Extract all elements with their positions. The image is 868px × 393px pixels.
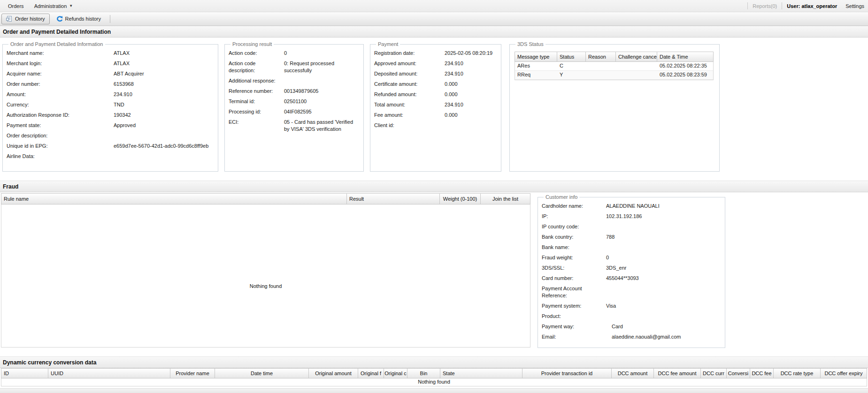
- field-value: 455044**3093: [606, 275, 720, 282]
- column-header-provider-name[interactable]: Provider name: [170, 369, 215, 378]
- payment-legend: Payment: [376, 41, 400, 47]
- field-label: Merchant name:: [7, 50, 114, 57]
- field-row: Processing id:04IF082595: [229, 108, 359, 115]
- column-header-original-currency[interactable]: Original c: [384, 369, 407, 378]
- menu-orders[interactable]: Orders: [3, 0, 29, 12]
- column-header-uuid[interactable]: UUID: [48, 369, 170, 378]
- column-header-id[interactable]: ID: [1, 369, 48, 378]
- field-label: Reference number:: [229, 88, 284, 95]
- column-header-dcc-currency[interactable]: DCC curr: [701, 369, 727, 378]
- tab-order-history-label: Order history: [15, 16, 45, 22]
- field-label: Authorization Response ID:: [7, 112, 114, 119]
- cell-status: Y: [557, 71, 586, 79]
- top-menubar: Orders Administration ▼ Reports(0) User:…: [0, 0, 868, 12]
- column-header-join-the-list[interactable]: Join the list: [481, 194, 530, 204]
- dcc-empty-text: Nothing found: [1, 379, 867, 385]
- field-label: Cardholder name:: [542, 203, 606, 210]
- menubar-right-group: Reports(0) User: atlax_operator Settings: [743, 2, 865, 9]
- column-header-original-fee[interactable]: Original f: [358, 369, 384, 378]
- field-value: ALAEDDINE NAOUALI: [606, 203, 720, 210]
- field-row: Registration date:2025-02-05 08:20:19: [374, 50, 496, 57]
- tab-order-history[interactable]: Order history: [1, 14, 50, 24]
- table-row[interactable]: ARes C 05.02.2025 08:22:35: [515, 62, 713, 71]
- field-row: Payment Account Reference:: [542, 285, 720, 299]
- field-row: Acquirer name:ABT Acquirer: [7, 70, 213, 77]
- column-header-date-time[interactable]: Date time: [215, 369, 309, 378]
- field-value: [606, 313, 720, 320]
- column-header-dcc-fee-amount[interactable]: DCC fee amount: [654, 369, 701, 378]
- field-label: Terminal id:: [229, 98, 284, 105]
- field-value: ABT Acquirer: [114, 70, 213, 77]
- field-row: Product:: [542, 313, 720, 320]
- field-row: Client id:: [374, 122, 496, 129]
- dcc-table-body: Nothing found: [1, 378, 867, 386]
- field-row: ECI:05 - Card has passed 'Verified by VI…: [229, 119, 359, 133]
- field-row: Total amount:234.910: [374, 101, 496, 108]
- cell-message-type: ARes: [515, 62, 557, 70]
- field-value: [114, 132, 213, 139]
- field-label: Payment state:: [7, 122, 114, 129]
- column-header-provider-transaction-id[interactable]: Provider transaction id: [522, 369, 612, 378]
- column-header-dcc-rate-type[interactable]: DCC rate type: [774, 369, 821, 378]
- column-header-reason[interactable]: Reason: [586, 52, 616, 61]
- field-value: 0: Request processed successfully: [284, 60, 359, 74]
- field-label: Bank name:: [542, 244, 606, 251]
- menu-reports[interactable]: Reports(0): [753, 3, 777, 9]
- field-row: Fee amount:0.000: [374, 112, 496, 119]
- column-header-bin[interactable]: Bin: [407, 369, 440, 378]
- field-value: [606, 244, 720, 251]
- field-row: 3DS/SSL:3DS_enr: [542, 265, 720, 272]
- menu-administration-label: Administration: [34, 3, 67, 9]
- current-user-label: User: atlax_operator: [787, 3, 837, 9]
- app-window: Orders Administration ▼ Reports(0) User:…: [0, 0, 868, 393]
- field-label: Approved amount:: [374, 60, 445, 67]
- field-value: [284, 77, 359, 84]
- field-value: ATLAX: [114, 50, 213, 57]
- field-value: 6153968: [114, 81, 213, 88]
- field-row: IP country code:: [542, 223, 720, 230]
- column-header-dcc-amount[interactable]: DCC amount: [612, 369, 654, 378]
- column-header-conversion[interactable]: Conversi: [727, 369, 750, 378]
- column-header-date-time[interactable]: Date & Time: [657, 52, 713, 61]
- column-header-result[interactable]: Result: [347, 194, 440, 204]
- menu-administration[interactable]: Administration ▼: [29, 0, 78, 12]
- field-label: Payment way:: [542, 323, 606, 330]
- field-row: Cardholder name:ALAEDDINE NAOUALI: [542, 203, 720, 210]
- field-row: Terminal id:02501100: [229, 98, 359, 105]
- field-value: 3DS_enr: [606, 265, 720, 272]
- refunds-history-icon: [56, 15, 63, 22]
- customer-info-legend: Customer info: [544, 194, 579, 200]
- field-value: 0.000: [445, 112, 496, 119]
- column-header-message-type[interactable]: Message type: [515, 52, 557, 61]
- menu-settings[interactable]: Settings: [845, 3, 865, 9]
- column-header-state[interactable]: State: [440, 369, 522, 378]
- column-header-dcc-offer-expiry[interactable]: DCC offer expiry: [821, 369, 867, 378]
- field-row: Bank country:788: [542, 234, 720, 241]
- field-value: alaeddine.naouali@gmail.com: [606, 333, 720, 340]
- column-header-dcc-fee[interactable]: DCC fee: [750, 369, 774, 378]
- field-label: IP:: [542, 213, 606, 220]
- field-value: 190342: [114, 112, 213, 119]
- field-label: Unique id in EPG:: [7, 143, 114, 150]
- 3ds-status-fieldset: 3DS Status Message type Status Reason Ch…: [509, 41, 720, 172]
- column-header-original-amount[interactable]: Original amount: [309, 369, 358, 378]
- field-label: Merchant login:: [7, 60, 114, 67]
- column-header-challenge-cancel[interactable]: Challenge cancel: [616, 52, 657, 61]
- field-value: Card: [606, 323, 720, 330]
- tab-refunds-history[interactable]: Refunds history: [51, 14, 106, 24]
- 3ds-status-table: Message type Status Reason Challenge can…: [515, 52, 714, 80]
- field-row: Airline Data:: [7, 153, 213, 160]
- column-header-weight[interactable]: Weight (0-100): [440, 194, 481, 204]
- field-label: Payment Account Reference:: [542, 285, 606, 299]
- field-label: Amount:: [7, 91, 114, 98]
- field-value: ATLAX: [114, 60, 213, 67]
- table-row[interactable]: RReq Y 05.02.2025 08:23:59: [515, 71, 713, 80]
- customer-info-fieldset: Customer info Cardholder name:ALAEDDINE …: [538, 194, 725, 348]
- field-value: 04IF082595: [284, 108, 359, 115]
- field-row: IP:102.31.192.186: [542, 213, 720, 220]
- field-value: [445, 122, 496, 129]
- field-row: Authorization Response ID:190342: [7, 112, 213, 119]
- column-header-status[interactable]: Status: [557, 52, 586, 61]
- column-header-rule-name[interactable]: Rule name: [1, 194, 347, 204]
- field-value: 2025-02-05 08:20:19: [445, 50, 496, 57]
